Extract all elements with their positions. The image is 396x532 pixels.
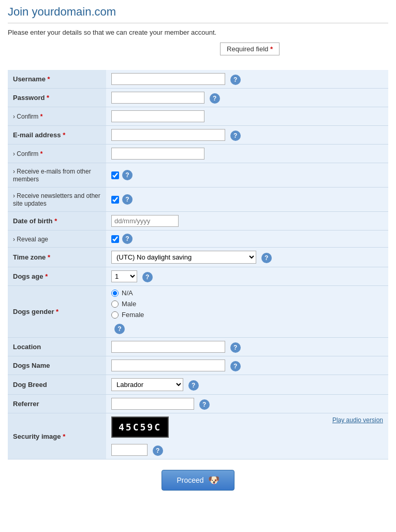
receive-emails-row: › Receive e-mails from other members ? (8, 163, 388, 188)
email-row: E-mail address * ? (8, 126, 388, 145)
reveal-age-row: › Reveal age ? (8, 231, 388, 248)
captcha-input[interactable] (111, 444, 148, 456)
timezone-row: Time zone * (UTC) No daylight saving ? (8, 248, 388, 267)
security-image-input-cell: Play audio version 45C59C ? (106, 413, 388, 459)
password-input-cell: ? (106, 89, 388, 107)
email-input[interactable] (111, 129, 225, 141)
dogs-age-input-cell: 12345 678910 ? (106, 267, 388, 286)
dogs-age-help-icon[interactable]: ? (142, 272, 153, 282)
email-help-icon[interactable]: ? (230, 131, 241, 141)
reveal-age-input-cell: ? (106, 231, 388, 248)
dogs-age-select[interactable]: 12345 678910 (111, 270, 137, 282)
dog-breed-help-icon[interactable]: ? (188, 380, 199, 391)
gender-na-row: N/A (111, 289, 383, 297)
proceed-label: Proceed (177, 476, 203, 484)
username-label: Username * (8, 70, 106, 89)
dob-label: Date of birth * (8, 212, 106, 231)
username-help-icon[interactable]: ? (230, 75, 241, 85)
gender-male-label: Male (122, 300, 136, 308)
receive-emails-help-icon[interactable]: ? (122, 170, 133, 180)
dogs-name-label: Dogs Name (8, 356, 106, 375)
referrer-input[interactable] (111, 398, 194, 410)
receive-newsletters-input-cell: ? (106, 188, 388, 212)
receive-newsletters-label: › Receive newsletters and other site upd… (8, 188, 106, 212)
dogs-gender-group: N/A Male Female ? (111, 289, 383, 334)
dob-input[interactable] (111, 215, 179, 227)
dogs-name-help-icon[interactable]: ? (230, 361, 241, 371)
captcha-help-icon[interactable]: ? (153, 445, 163, 456)
reveal-age-checkbox[interactable] (111, 235, 119, 243)
email-label: E-mail address * (8, 126, 106, 145)
timezone-select[interactable]: (UTC) No daylight saving (111, 251, 256, 264)
username-input[interactable] (111, 73, 225, 85)
required-field-notice: Required field * (220, 42, 280, 55)
confirm-password-input[interactable] (111, 110, 204, 122)
reveal-age-help-icon[interactable]: ? (122, 234, 133, 244)
receive-newsletters-checkbox[interactable] (111, 196, 119, 204)
registration-form: Username * ? Password * ? › Confirm * E-… (8, 70, 388, 459)
referrer-row: Referrer ? (8, 395, 388, 413)
location-row: Location ? (8, 338, 388, 356)
referrer-input-cell: ? (106, 395, 388, 413)
confirm-password-row: › Confirm * (8, 107, 388, 126)
timezone-help-icon[interactable]: ? (261, 253, 272, 263)
confirm-email-row: › Confirm * (8, 145, 388, 163)
confirm-email-input-cell (106, 145, 388, 163)
dog-breed-select[interactable]: Labrador Poodle Bulldog Beagle German Sh… (111, 378, 183, 391)
receive-emails-checkbox[interactable] (111, 171, 119, 179)
dog-breed-row: Dog Breed Labrador Poodle Bulldog Beagle… (8, 375, 388, 395)
gender-female-radio[interactable] (111, 311, 119, 319)
gender-female-row: Female (111, 311, 383, 319)
proceed-container: Proceed 🐶 (8, 470, 388, 491)
password-help-icon[interactable]: ? (210, 93, 220, 104)
receive-emails-input-cell: ? (106, 163, 388, 188)
receive-newsletters-help-icon[interactable]: ? (122, 194, 133, 205)
location-input-cell: ? (106, 338, 388, 356)
proceed-icon: 🐶 (208, 475, 219, 486)
receive-emails-label: › Receive e-mails from other members (8, 163, 106, 188)
reveal-age-label: › Reveal age (8, 231, 106, 248)
dob-row: Date of birth * (8, 212, 388, 231)
security-image-row: Security image * Play audio version 45C5… (8, 413, 388, 459)
gender-na-label: N/A (122, 289, 133, 297)
timezone-input-cell: (UTC) No daylight saving ? (106, 248, 388, 267)
gender-male-radio[interactable] (111, 300, 119, 308)
gender-male-row: Male (111, 300, 383, 308)
dogs-name-input-cell: ? (106, 356, 388, 375)
password-label: Password * (8, 89, 106, 107)
location-input[interactable] (111, 341, 225, 353)
location-help-icon[interactable]: ? (230, 342, 241, 353)
dob-input-cell (106, 212, 388, 231)
referrer-label: Referrer (8, 395, 106, 413)
email-input-cell: ? (106, 126, 388, 145)
timezone-label: Time zone * (8, 248, 106, 267)
dogs-gender-help-icon[interactable]: ? (114, 324, 125, 334)
confirm-email-label: › Confirm * (8, 145, 106, 163)
referrer-help-icon[interactable]: ? (199, 399, 210, 410)
dogs-name-input[interactable] (111, 360, 225, 371)
page-divider (8, 23, 388, 23)
gender-female-label: Female (122, 311, 144, 319)
dog-breed-input-cell: Labrador Poodle Bulldog Beagle German Sh… (106, 375, 388, 395)
confirm-email-input[interactable] (111, 148, 204, 160)
play-audio-link[interactable]: Play audio version (332, 416, 383, 424)
dogs-gender-row: Dogs gender * N/A Male Female ? (8, 286, 388, 338)
dogs-name-row: Dogs Name ? (8, 356, 388, 375)
dog-breed-label: Dog Breed (8, 375, 106, 395)
dogs-age-row: Dogs age * 12345 678910 ? (8, 267, 388, 286)
dogs-gender-label: Dogs gender * (8, 286, 106, 338)
username-input-cell: ? (106, 70, 388, 89)
password-row: Password * ? (8, 89, 388, 107)
security-image-label: Security image * (8, 413, 106, 459)
captcha-image: 45C59C (111, 416, 169, 438)
username-row: Username * ? (8, 70, 388, 89)
confirm-password-input-cell (106, 107, 388, 126)
dogs-gender-input-cell: N/A Male Female ? (106, 286, 388, 338)
proceed-button[interactable]: Proceed 🐶 (162, 470, 234, 491)
page-title: Join yourdomain.com (8, 5, 388, 19)
dogs-age-label: Dogs age * (8, 267, 106, 286)
password-input[interactable] (111, 92, 204, 104)
location-label: Location (8, 338, 106, 356)
confirm-password-label: › Confirm * (8, 107, 106, 126)
gender-na-radio[interactable] (111, 290, 119, 297)
